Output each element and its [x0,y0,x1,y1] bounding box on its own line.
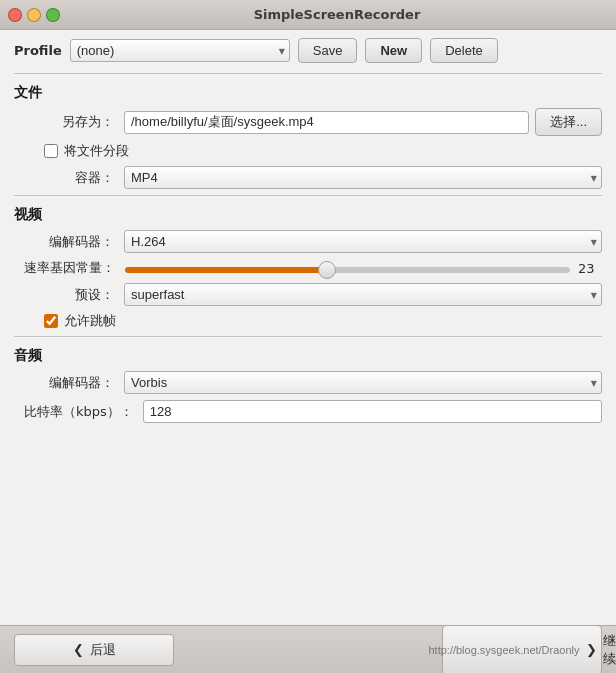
rate-label: 速率基因常量： [24,259,125,277]
titlebar: SimpleScreenRecorder [0,0,616,30]
audio-codec-label: 编解码器： [24,374,124,392]
continue-button[interactable]: http://blog.sysgeek.net/Draonly ❯ 继续 [442,625,602,674]
profile-section: Profile (none) Save New Delete [14,38,602,63]
audio-codec-row: 编解码器： Vorbis MP3 AAC FLAC [14,371,602,394]
url-text: http://blog.sysgeek.net/Draonly [428,644,579,656]
container-select-wrapper: MP4 MKV AVI WebM [124,166,602,189]
continue-arrow-icon: ❯ [586,642,597,657]
continue-button-wrapper: http://blog.sysgeek.net/Draonly ❯ 继续 [442,625,602,674]
preset-row: 预设： ultrafast superfast veryfast faster … [14,283,602,306]
container-select[interactable]: MP4 MKV AVI WebM [124,166,602,189]
back-button[interactable]: ❮ 后退 [14,634,174,666]
bitrate-input[interactable]: 128 [143,400,602,423]
rate-slider-container [125,261,570,276]
video-codec-select[interactable]: H.264 H.265 VP8 VP9 [124,230,602,253]
choose-file-button[interactable]: 选择... [535,108,602,136]
preset-label: 预设： [24,286,124,304]
bottom-bar: ❮ 后退 http://blog.sysgeek.net/Draonly ❯ 继… [0,625,616,673]
video-codec-label: 编解码器： [24,233,124,251]
continue-label: 继续 [603,632,616,668]
container-row: 容器： MP4 MKV AVI WebM [14,166,602,189]
save-as-row: 另存为： /home/billyfu/桌面/sysgeek.mp4 选择... [14,108,602,136]
close-button[interactable] [8,8,22,22]
window-title: SimpleScreenRecorder [66,7,608,22]
bitrate-row: 比特率（kbps）： 128 [14,400,602,423]
rate-row: 速率基因常量： 23 [14,259,602,277]
file-section-header: 文件 [14,84,602,102]
preset-select[interactable]: ultrafast superfast veryfast faster fast… [124,283,602,306]
minimize-button[interactable] [27,8,41,22]
new-button[interactable]: New [365,38,422,63]
split-label: 将文件分段 [64,142,129,160]
maximize-button[interactable] [46,8,60,22]
rate-slider[interactable] [125,267,570,273]
skip-frame-row: 允许跳帧 [14,312,602,330]
delete-button[interactable]: Delete [430,38,498,63]
skip-frame-checkbox[interactable] [44,314,58,328]
profile-label: Profile [14,43,62,58]
video-codec-row: 编解码器： H.264 H.265 VP8 VP9 [14,230,602,253]
divider-1 [14,73,602,74]
window-controls[interactable] [8,8,60,22]
save-as-label: 另存为： [24,113,124,131]
save-as-input[interactable]: /home/billyfu/桌面/sysgeek.mp4 [124,111,529,134]
video-section-header: 视频 [14,206,602,224]
content-area: Profile (none) Save New Delete 文件 另存为： /… [0,30,616,625]
audio-section-header: 音频 [14,347,602,365]
rate-value: 23 [578,261,602,276]
split-checkbox[interactable] [44,144,58,158]
audio-codec-select-wrapper: Vorbis MP3 AAC FLAC [124,371,602,394]
preset-select-wrapper: ultrafast superfast veryfast faster fast… [124,283,602,306]
divider-2 [14,195,602,196]
back-arrow-icon: ❮ [73,642,84,657]
profile-select[interactable]: (none) [70,39,290,62]
back-label: 后退 [90,641,116,659]
video-codec-select-wrapper: H.264 H.265 VP8 VP9 [124,230,602,253]
divider-3 [14,336,602,337]
save-button[interactable]: Save [298,38,358,63]
skip-frame-label: 允许跳帧 [64,312,116,330]
bitrate-label: 比特率（kbps）： [24,403,143,421]
profile-select-wrapper: (none) [70,39,290,62]
split-row: 将文件分段 [14,142,602,160]
audio-codec-select[interactable]: Vorbis MP3 AAC FLAC [124,371,602,394]
container-label: 容器： [24,169,124,187]
